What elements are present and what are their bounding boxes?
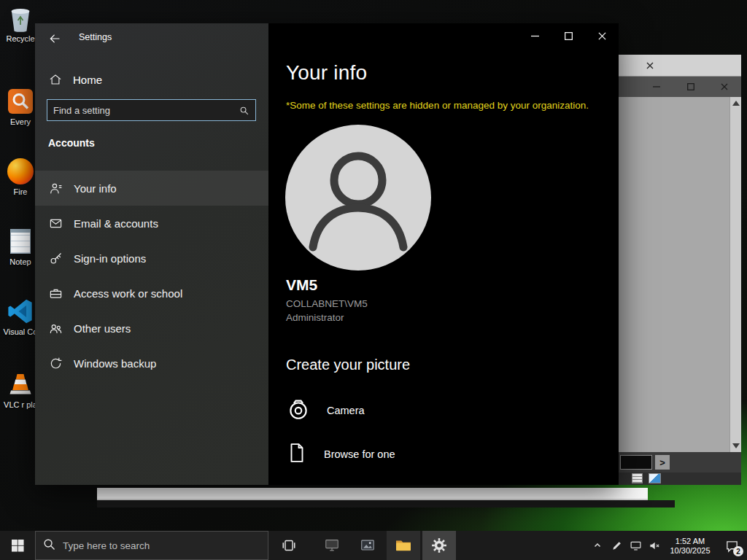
taskbar-apps <box>315 531 456 560</box>
minimize-icon[interactable] <box>651 81 662 93</box>
maximize-icon[interactable] <box>551 23 585 48</box>
browse-label: Browse for one <box>324 448 395 460</box>
everything-search-icon <box>7 88 34 115</box>
sidebar-item-sign-in-options[interactable]: Sign-in options <box>35 241 268 276</box>
start-button[interactable] <box>0 531 35 560</box>
taskbar-search-box <box>35 531 268 560</box>
sidebar-item-windows-backup[interactable]: Windows backup <box>35 346 268 381</box>
sidebar-item-label: Your info <box>74 182 117 195</box>
background-window-shadow <box>97 500 675 508</box>
sidebar-item-label: Access work or school <box>74 287 182 300</box>
home-icon <box>48 72 63 87</box>
page-title: Your info <box>286 61 367 85</box>
scroll-down-icon[interactable] <box>732 443 740 448</box>
taskbar-search-input[interactable] <box>63 540 260 551</box>
maximize-icon[interactable] <box>685 81 697 93</box>
camera-icon <box>286 397 311 424</box>
sidebar-item-label: Home <box>73 74 102 86</box>
notepad-icon <box>7 228 34 255</box>
list-icon[interactable] <box>632 473 643 483</box>
user-avatar <box>285 125 431 271</box>
tray-pen-icon[interactable] <box>607 531 626 560</box>
firefox-icon <box>7 158 34 185</box>
system-tray: 1:52 AM 10/30/2025 2 <box>588 531 747 560</box>
desktop: Recycle Every Fire Notep Visual Co <box>0 0 747 560</box>
background-window-edge <box>97 488 648 500</box>
sidebar-item-your-info[interactable]: Your info <box>35 171 268 206</box>
close-icon[interactable] <box>719 81 730 93</box>
taskbar-app-photos[interactable] <box>351 531 384 560</box>
image-icon <box>360 537 376 553</box>
org-managed-notice: *Some of these settings are hidden or ma… <box>286 100 589 111</box>
sidebar-item-email-accounts[interactable]: Email & accounts <box>35 206 268 241</box>
task-view-button[interactable] <box>273 531 305 560</box>
window-title: Settings <box>79 32 112 42</box>
camera-button[interactable]: Camera <box>286 397 365 424</box>
minimize-icon[interactable] <box>518 23 551 48</box>
action-center-button[interactable]: 2 <box>716 531 747 560</box>
person-icon <box>48 181 63 195</box>
account-name: VM5 <box>286 276 317 294</box>
key-icon <box>48 251 63 265</box>
settings-search-box <box>47 99 256 121</box>
search-icon <box>239 105 249 116</box>
search-icon <box>43 538 55 553</box>
desktop-icon-label: Visual Co <box>4 327 38 337</box>
taskbar-app-settings[interactable] <box>422 531 456 560</box>
vlc-icon <box>7 370 34 398</box>
background-window-body <box>619 97 741 452</box>
settings-content: Your info *Some of these settings are hi… <box>268 23 619 485</box>
task-view-icon <box>282 538 296 553</box>
scrollbar[interactable] <box>729 97 741 452</box>
tray-network-icon[interactable] <box>626 531 645 560</box>
sidebar-section-header: Accounts <box>48 137 95 149</box>
background-window: > <box>619 55 741 485</box>
gear-icon <box>431 537 447 553</box>
sidebar-item-label: Windows backup <box>74 357 156 370</box>
sidebar-item-access-work-school[interactable]: Access work or school <box>35 276 268 311</box>
recycle-bin-icon <box>7 4 34 32</box>
account-role: Administrator <box>286 312 344 323</box>
monitor-icon <box>324 537 340 553</box>
sidebar-item-other-users[interactable]: Other users <box>35 311 268 346</box>
go-button[interactable]: > <box>655 455 670 470</box>
desktop-icon-label: Every <box>10 117 31 127</box>
taskbar-app-monitor[interactable] <box>315 531 349 560</box>
sync-icon <box>48 356 63 370</box>
vscode-icon <box>7 298 34 325</box>
taskbar-spacer <box>456 531 588 560</box>
taskbar: 1:52 AM 10/30/2025 2 <box>0 531 747 560</box>
settings-search-input[interactable] <box>47 105 239 116</box>
app-icon[interactable] <box>649 473 661 483</box>
tray-chevron-up-icon[interactable] <box>588 531 607 560</box>
clock-date: 10/30/2025 <box>664 546 716 556</box>
background-status-row <box>619 472 741 485</box>
sidebar-item-label: Email & accounts <box>74 217 158 230</box>
taskbar-app-file-explorer[interactable] <box>387 531 420 560</box>
desktop-icon-label: Recycle <box>6 34 34 44</box>
people-icon <box>48 321 63 335</box>
background-input-bar: > <box>619 452 741 472</box>
desktop-icon-label: VLC r pla <box>4 400 37 410</box>
briefcase-icon <box>48 286 63 300</box>
tray-volume-muted-icon[interactable] <box>645 531 664 560</box>
folder-icon <box>395 537 412 554</box>
browse-button[interactable]: Browse for one <box>286 442 395 466</box>
clock-time: 1:52 AM <box>664 537 716 546</box>
scroll-up-icon[interactable] <box>732 101 740 106</box>
desktop-icon-label: Fire <box>14 187 28 197</box>
background-tabstrip <box>619 55 741 77</box>
sidebar-nav: Your info Email & accounts <box>35 171 268 381</box>
create-picture-heading: Create your picture <box>286 357 410 373</box>
sidebar-item-label: Sign-in options <box>74 252 146 265</box>
taskbar-clock[interactable]: 1:52 AM 10/30/2025 <box>664 536 716 556</box>
back-button[interactable] <box>45 29 64 48</box>
notification-badge: 2 <box>733 546 743 556</box>
close-icon[interactable] <box>643 59 657 72</box>
sidebar-item-home[interactable]: Home <box>35 66 268 93</box>
window-controls <box>518 23 619 48</box>
background-input[interactable] <box>620 455 652 470</box>
windows-logo-icon <box>12 540 24 552</box>
close-icon[interactable] <box>585 23 619 48</box>
settings-window: Settings Home Accounts <box>35 23 619 485</box>
